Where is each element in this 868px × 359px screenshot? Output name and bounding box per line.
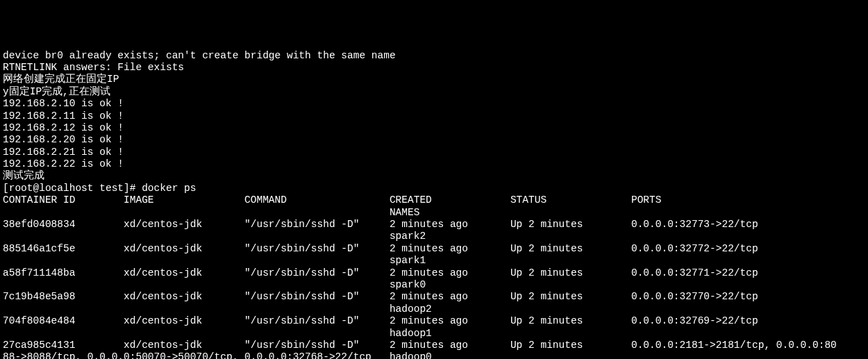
output-line: RTNETLINK answers: File exists — [3, 62, 865, 74]
prompt-line: [root@localhost test]# docker ps — [3, 183, 865, 194]
table-row-name: hadoop2 — [3, 303, 865, 315]
table-row: 885146a1cf5e xd/centos-jdk "/usr/sbin/ss… — [3, 243, 865, 255]
output-line: 192.168.2.10 is ok ! — [3, 98, 865, 110]
terminal-window[interactable]: device br0 already exists; can't create … — [3, 50, 865, 359]
command-text: docker ps — [142, 183, 196, 194]
table-row-name: spark2 — [3, 231, 865, 242]
table-row: a58f711148ba xd/centos-jdk "/usr/sbin/ss… — [3, 267, 865, 279]
output-line: y固定IP完成,正在测试 — [3, 86, 865, 98]
table-row: 38efd0408834 xd/centos-jdk "/usr/sbin/ss… — [3, 219, 865, 231]
table-row-name: spark1 — [3, 255, 865, 267]
output-line: 192.168.2.21 is ok ! — [3, 147, 865, 158]
table-row-wrap: 88->8088/tcp, 0.0.0.0:50070->50070/tcp, … — [3, 351, 865, 359]
output-line: 网络创建完成正在固定IP — [3, 74, 865, 85]
table-row: 704f8084e484 xd/centos-jdk "/usr/sbin/ss… — [3, 315, 865, 327]
shell-prompt: [root@localhost test]# — [3, 183, 142, 194]
table-row-name: spark0 — [3, 279, 865, 291]
table-header-line2: NAMES — [3, 207, 865, 219]
table-row-name: hadoop1 — [3, 328, 865, 340]
output-line: 测试完成 — [3, 170, 865, 182]
output-line: 192.168.2.11 is ok ! — [3, 110, 865, 122]
table-header-line: CONTAINER ID IMAGE COMMAND CREATED STATU… — [3, 194, 865, 206]
output-line: 192.168.2.22 is ok ! — [3, 158, 865, 170]
output-line: 192.168.2.20 is ok ! — [3, 134, 865, 146]
output-line: 192.168.2.12 is ok ! — [3, 122, 865, 134]
table-row: 7c19b48e5a98 xd/centos-jdk "/usr/sbin/ss… — [3, 291, 865, 303]
table-row: 27ca985c4131 xd/centos-jdk "/usr/sbin/ss… — [3, 340, 865, 351]
output-line: device br0 already exists; can't create … — [3, 50, 865, 62]
